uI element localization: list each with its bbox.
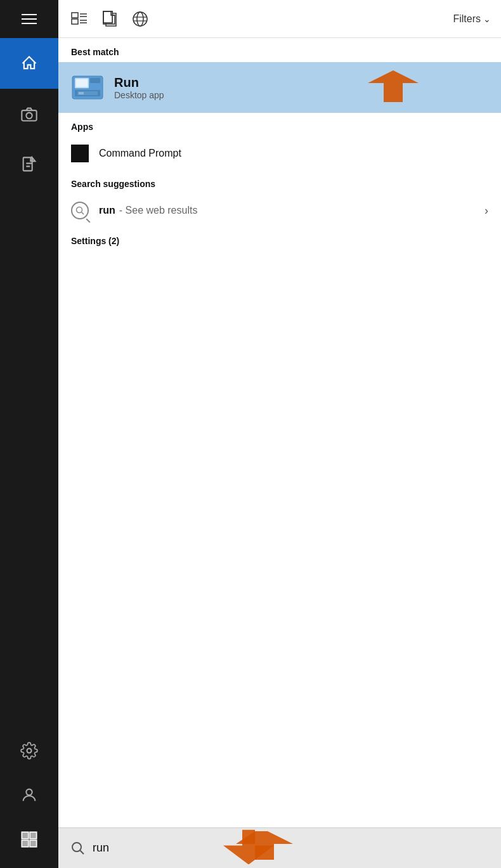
filters-chevron-icon: ⌄	[483, 14, 491, 24]
best-match-item[interactable]: Run Desktop app	[58, 62, 501, 113]
command-prompt-name: Command Prompt	[99, 148, 181, 159]
sidebar-bottom	[0, 729, 58, 868]
svg-point-32	[72, 843, 81, 852]
arrow-annotation-run	[368, 64, 425, 111]
run-app-icon	[71, 74, 104, 101]
svg-rect-8	[30, 840, 36, 847]
suggestions-label: Search suggestions	[58, 170, 501, 194]
best-match-label: Best match	[58, 38, 501, 62]
svg-point-3	[27, 749, 32, 753]
apps-label: Apps	[58, 113, 501, 137]
svg-point-30	[77, 207, 82, 213]
sidebar-item-user[interactable]	[0, 773, 58, 817]
document-icon	[20, 156, 38, 174]
svg-line-31	[82, 212, 84, 215]
sidebar-item-camera[interactable]	[0, 89, 58, 139]
search-arrow-indicator	[223, 829, 274, 867]
svg-rect-25	[90, 78, 100, 83]
web-search-suggestion[interactable]: run - See web results ›	[58, 194, 501, 227]
menu-button[interactable]	[0, 0, 58, 38]
svg-rect-24	[76, 79, 88, 87]
user-icon	[20, 786, 38, 804]
command-prompt-icon	[71, 145, 89, 162]
globe-icon[interactable]	[129, 8, 151, 30]
sidebar-nav	[0, 38, 58, 729]
svg-marker-29	[368, 70, 419, 102]
sidebar-item-home[interactable]	[0, 38, 58, 89]
svg-point-1	[26, 113, 32, 119]
chevron-right-icon: ›	[485, 204, 488, 217]
camera-icon	[20, 105, 38, 123]
command-prompt-item[interactable]: Command Prompt	[58, 137, 501, 170]
svg-point-19	[137, 12, 143, 26]
sidebar-item-document[interactable]	[0, 139, 58, 190]
svg-point-4	[26, 789, 32, 795]
svg-rect-5	[22, 832, 29, 839]
suggestion-text: run - See web results	[99, 205, 197, 216]
svg-point-18	[133, 12, 147, 26]
empty-results-area	[58, 251, 501, 827]
search-bar	[58, 827, 501, 868]
sidebar	[0, 0, 58, 868]
suggestion-suffix: - See web results	[119, 205, 198, 216]
svg-rect-9	[72, 13, 78, 18]
windows-icon	[20, 831, 38, 848]
svg-rect-28	[79, 92, 84, 94]
svg-rect-6	[30, 832, 36, 839]
home-icon	[20, 55, 38, 72]
svg-line-33	[81, 850, 84, 854]
hamburger-icon	[22, 14, 37, 24]
grid-view-icon[interactable]	[68, 10, 90, 29]
run-app-name: Run	[114, 75, 164, 90]
filters-label: Filters	[453, 13, 481, 25]
settings-icon	[20, 742, 38, 760]
filters-button[interactable]: Filters ⌄	[453, 13, 491, 25]
settings-label: Settings (2)	[58, 227, 501, 251]
suggestion-query: run	[99, 205, 115, 216]
sidebar-item-windows[interactable]	[0, 817, 58, 862]
search-bar-search-icon	[71, 841, 85, 855]
svg-rect-7	[22, 840, 29, 847]
svg-rect-10	[72, 19, 78, 24]
search-input[interactable]	[93, 841, 488, 855]
search-results: Best match Run Desktop app	[58, 38, 501, 827]
best-match-text: Run Desktop app	[114, 75, 164, 100]
main-panel: PC risk.com	[58, 0, 501, 868]
sidebar-item-settings[interactable]	[0, 729, 58, 773]
run-app-type: Desktop app	[114, 90, 164, 100]
toolbar: Filters ⌄	[58, 0, 501, 38]
svg-marker-35	[223, 829, 274, 864]
search-suggestion-icon	[71, 202, 89, 219]
page-icon[interactable]	[100, 8, 119, 30]
